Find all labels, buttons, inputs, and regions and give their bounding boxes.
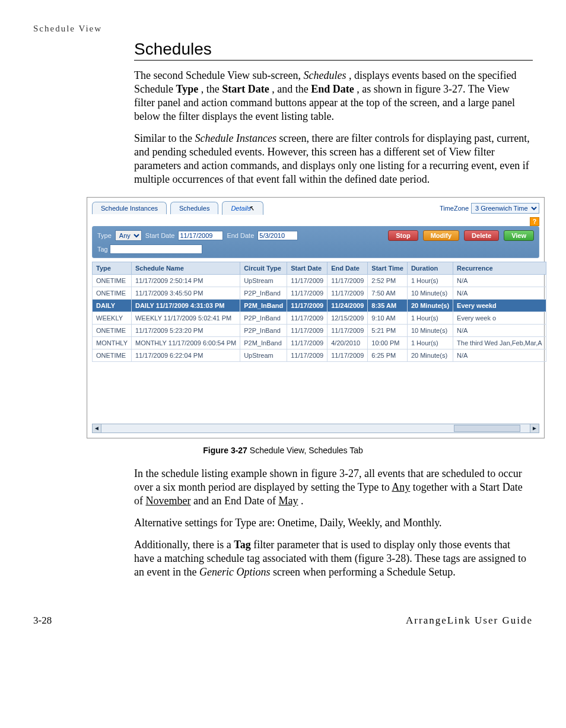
tag-label: Tag: [97, 246, 108, 253]
table-cell: 8:35 AM: [368, 300, 408, 312]
text: , the: [201, 83, 222, 95]
paragraph-3: In the schedule listing example shown in…: [134, 467, 533, 508]
table-cell: 11/17/2009: [287, 287, 327, 300]
text: Additionally, there is a: [134, 539, 234, 551]
cursor-icon: ↖: [249, 204, 255, 212]
table-row[interactable]: DAILYDAILY 11/17/2009 4:31:03 PMP2M_InBa…: [93, 300, 546, 312]
table-cell: 2:52 PM: [368, 275, 408, 287]
schedule-table: Type Schedule Name Circuit Type Start Da…: [92, 262, 546, 362]
end-date-input[interactable]: [257, 231, 298, 240]
empty-area: [92, 367, 539, 420]
bold: Tag: [234, 539, 250, 551]
table-cell: 20 Minute(s): [407, 300, 453, 312]
table-cell: 7:50 AM: [368, 287, 408, 300]
table-cell: 12/15/2009: [327, 312, 368, 325]
tabs-row: Schedule Instances Schedules Details↖ Ti…: [87, 198, 544, 215]
italic: Schedules: [304, 69, 346, 81]
tag-input[interactable]: [110, 244, 202, 254]
section-rule: [134, 60, 533, 61]
italic: Schedule Instances: [195, 132, 276, 144]
table-cell: WEEKLY: [93, 312, 132, 325]
timezone-select[interactable]: 3 Greenwich Time: [471, 203, 539, 214]
col-schedule-name[interactable]: Schedule Name: [131, 262, 240, 275]
figure-caption: Figure 3-27 Schedule View, Schedules Tab: [33, 446, 533, 455]
table-cell: UpStream: [240, 275, 287, 287]
table-row[interactable]: WEEKLYWEEKLY 11/17/2009 5:02:41 PMP2P_In…: [93, 312, 546, 325]
table-cell: 9:10 AM: [368, 312, 408, 325]
text: screen when performing a Schedule Setup.: [273, 566, 456, 578]
table-header-row: Type Schedule Name Circuit Type Start Da…: [93, 262, 546, 275]
table-cell: N/A: [453, 349, 546, 362]
paragraph-2: Similar to the Schedule Instances screen…: [134, 132, 533, 186]
table-cell: DAILY 11/17/2009 4:31:03 PM: [131, 300, 240, 312]
table-cell: ONETIME: [93, 287, 132, 300]
text: The second Schedule View sub-screen,: [134, 69, 304, 81]
scroll-track[interactable]: [101, 424, 530, 433]
table-cell: 11/17/2009 6:22:04 PM: [131, 349, 240, 362]
bold: Start Date: [222, 83, 269, 95]
type-select[interactable]: Any: [115, 230, 142, 241]
col-start-date[interactable]: Start Date: [287, 262, 327, 275]
tab-schedule-instances[interactable]: Schedule Instances: [92, 202, 167, 214]
table-cell: 10:00 PM: [368, 337, 408, 349]
tab-details[interactable]: Details↖: [222, 201, 263, 215]
table-cell: ONETIME: [93, 275, 132, 287]
scroll-left-arrow-icon[interactable]: ◄: [92, 424, 101, 433]
table-cell: 11/17/2009 5:23:20 PM: [131, 325, 240, 337]
italic: Generic Options: [199, 566, 270, 578]
table-cell: N/A: [453, 287, 546, 300]
table-cell: 5:21 PM: [368, 325, 408, 337]
table-row[interactable]: MONTHLYMONTHLY 11/17/2009 6:00:54 PMP2M_…: [93, 337, 546, 349]
table-cell: 11/17/2009: [287, 275, 327, 287]
table-cell: 11/17/2009: [327, 275, 368, 287]
filter-bar: Type Any Start Date End Date Stop Modify…: [92, 226, 539, 258]
tab-schedules[interactable]: Schedules: [170, 202, 218, 214]
table-cell: 11/17/2009: [327, 349, 368, 362]
table-cell: 11/17/2009 2:50:14 PM: [131, 275, 240, 287]
table-row[interactable]: ONETIME11/17/2009 3:45:50 PMP2P_InBand11…: [93, 287, 546, 300]
col-start-time[interactable]: Start Time: [368, 262, 408, 275]
col-duration[interactable]: Duration: [407, 262, 453, 275]
col-type[interactable]: Type: [93, 262, 132, 275]
tab-details-label: Details: [231, 205, 251, 212]
table-row[interactable]: ONETIME11/17/2009 2:50:14 PMUpStream11/1…: [93, 275, 546, 287]
bold: Type: [176, 83, 198, 95]
table-cell: 10 Minute(s): [407, 287, 453, 300]
table-cell: 1 Hour(s): [407, 275, 453, 287]
start-date-label: Start Date: [145, 232, 175, 239]
page-number: 3-28: [33, 615, 52, 627]
table-cell: The third Wed Jan,Feb,Mar,A: [453, 337, 546, 349]
table-cell: MONTHLY: [93, 337, 132, 349]
table-cell: 11/24/2009: [327, 300, 368, 312]
col-recurrence[interactable]: Recurrence: [453, 262, 546, 275]
figure-number: Figure 3-27: [203, 446, 247, 455]
button-group: Stop Modify Delete View: [388, 230, 534, 241]
table-cell: N/A: [453, 325, 546, 337]
scroll-thumb[interactable]: [454, 425, 520, 432]
table-cell: P2P_InBand: [240, 312, 287, 325]
table-cell: 6:25 PM: [368, 349, 408, 362]
schedules-screenshot: Schedule Instances Schedules Details↖ Ti…: [87, 197, 545, 438]
help-icon[interactable]: ?: [530, 217, 539, 226]
table-row[interactable]: ONETIME11/17/2009 5:23:20 PMP2P_InBand11…: [93, 325, 546, 337]
text: , and the: [272, 83, 311, 95]
delete-button[interactable]: Delete: [464, 230, 499, 241]
stop-button[interactable]: Stop: [388, 230, 418, 241]
col-circuit-type[interactable]: Circuit Type: [240, 262, 287, 275]
table-row[interactable]: ONETIME11/17/2009 6:22:04 PMUpStream11/1…: [93, 349, 546, 362]
start-date-input[interactable]: [178, 231, 223, 240]
col-end-date[interactable]: End Date: [327, 262, 368, 275]
scroll-right-arrow-icon[interactable]: ►: [530, 424, 539, 433]
type-label: Type: [97, 232, 112, 239]
table-cell: P2P_InBand: [240, 287, 287, 300]
table-cell: 11/17/2009: [327, 287, 368, 300]
table-cell: Every week o: [453, 312, 546, 325]
underline: May: [278, 495, 298, 507]
table-cell: ONETIME: [93, 349, 132, 362]
text: .: [301, 495, 304, 507]
table-cell: UpStream: [240, 349, 287, 362]
horizontal-scrollbar[interactable]: ◄ ►: [92, 424, 539, 433]
modify-button[interactable]: Modify: [423, 230, 459, 241]
view-button[interactable]: View: [504, 230, 534, 241]
bold: End Date: [311, 83, 354, 95]
